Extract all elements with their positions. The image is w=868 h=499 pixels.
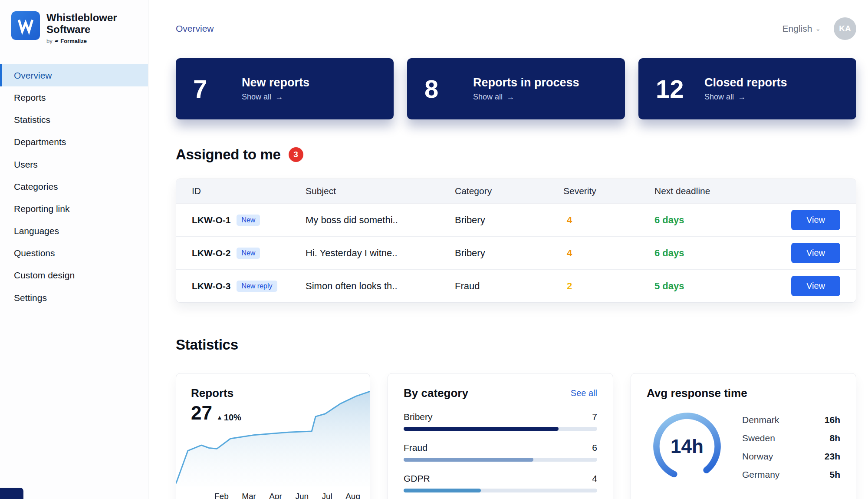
category-value: 6 [592,443,597,453]
country-label: Germany [742,469,779,480]
main-content: Overview English ⌄ KA 7 New reports Show… [148,0,868,499]
brand: Whistleblower Software by ▰ Formalize [0,11,148,44]
status-badge: New reply [237,281,277,292]
app-root: Whistleblower Software by ▰ Formalize Ov… [0,0,868,499]
byline-by: by [46,38,53,44]
report-deadline: 6 days [654,248,780,259]
show-all-link[interactable]: Show all → [242,93,309,102]
stat-value: 8 [424,74,457,103]
stat-title: New reports [242,76,309,89]
country-label: Denmark [742,415,779,425]
category-label: Fraud [404,443,427,453]
stat-card-new-reports[interactable]: 7 New reports Show all → [176,58,394,119]
show-all-label: Show all [704,93,734,102]
sidebar-item-users[interactable]: Users [0,153,148,175]
sidebar-nav: Overview Reports Statistics Departments … [0,64,148,309]
month-label: Aug [345,492,360,499]
show-all-link[interactable]: Show all → [473,93,579,102]
sidebar-item-categories[interactable]: Categories [0,175,148,198]
reports-chart-card: Reports 27 ▲ 10% [176,373,370,499]
month-label: Feb [214,492,229,499]
report-id: LKW-O-1 [192,215,230,225]
assigned-header: Assigned to me 3 [176,146,856,163]
list-item: Denmark 16h [742,411,840,429]
breadcrumb[interactable]: Overview [176,23,214,34]
reports-delta-value: 10% [224,413,241,423]
brand-byline: by ▰ Formalize [46,38,117,44]
table-row: LKW-O-3 New reply Simon often looks th..… [176,269,856,302]
report-id: LKW-O-2 [192,248,230,258]
table-row: LKW-O-1 New My boss did somethi.. Briber… [176,203,856,236]
category-label: Bribery [404,412,433,422]
month-label: Jul [322,492,332,499]
avatar[interactable]: KA [834,17,856,40]
list-item: Norway 23h [742,447,840,466]
sidebar-item-languages[interactable]: Languages [0,220,148,242]
help-widget[interactable] [0,488,23,499]
byline-formalize: Formalize [60,38,87,44]
sidebar-item-settings[interactable]: Settings [0,287,148,309]
bar-fill [404,489,481,492]
col-category: Category [455,186,563,196]
country-label: Sweden [742,433,775,443]
sidebar-item-reports[interactable]: Reports [0,86,148,109]
reports-delta: ▲ 10% [217,413,241,423]
category-label: GDPR [404,473,430,484]
sidebar-item-questions[interactable]: Questions [0,242,148,264]
col-severity: Severity [563,186,654,196]
status-badge: New [237,248,260,259]
sidebar-item-reporting-link[interactable]: Reporting link [0,198,148,220]
category-bar-row: GDPR 4 [404,473,597,492]
category-value: 7 [592,412,597,422]
category-value: 4 [592,473,597,484]
topbar-right: English ⌄ KA [783,17,856,40]
arrow-right-icon: → [506,93,514,102]
sidebar-item-overview[interactable]: Overview [0,64,148,86]
category-bar-row: Fraud 6 [404,443,597,462]
report-category: Fraud [455,281,563,292]
topbar: Overview English ⌄ KA [176,17,856,40]
response-country-list: Denmark 16h Sweden 8h Norway 23h [742,409,840,484]
sidebar-item-departments[interactable]: Departments [0,131,148,153]
by-category-title: By category [404,387,468,400]
stat-card-in-process[interactable]: 8 Reports in process Show all → [407,58,625,119]
view-button[interactable]: View [791,210,840,230]
view-button[interactable]: View [791,276,840,296]
statistics-section: Statistics Reports 27 ▲ 10% [176,337,856,499]
bar-track [404,458,597,462]
country-value: 5h [829,469,840,480]
language-selector[interactable]: English ⌄ [783,23,821,34]
view-button[interactable]: View [791,243,840,263]
report-id: LKW-O-3 [192,281,230,291]
language-label: English [783,23,812,34]
report-subject: Simon often looks th.. [306,281,455,292]
formalize-logo-icon: ▰ [55,38,58,44]
sidebar-item-statistics[interactable]: Statistics [0,109,148,131]
report-deadline: 6 days [654,215,780,226]
col-id: ID [192,186,306,196]
brand-name-line1: Whistleblower [46,12,117,24]
stat-value: 7 [193,74,226,103]
see-all-link[interactable]: See all [571,388,597,398]
report-category: Bribery [455,248,563,259]
assigned-table: ID Subject Category Severity Next deadli… [176,178,856,303]
bar-track [404,489,597,492]
report-subject: Hi. Yesterday I witne.. [306,248,455,259]
arrow-right-icon: → [275,93,283,102]
brand-name-line2: Software [46,24,117,36]
report-severity: 4 [563,248,654,259]
col-subject: Subject [306,186,455,196]
statistics-title: Statistics [176,337,856,353]
assigned-section: Assigned to me 3 ID Subject Category Sev… [176,146,856,303]
show-all-link[interactable]: Show all → [704,93,787,102]
reports-chart-title: Reports [191,387,233,400]
reports-total-value: 27 [191,402,212,424]
bar-track [404,427,597,431]
bar-fill [404,458,533,462]
sidebar-item-custom-design[interactable]: Custom design [0,264,148,286]
bar-fill [404,427,559,431]
show-all-label: Show all [242,93,271,102]
month-label: Apr [269,492,282,499]
stat-card-closed[interactable]: 12 Closed reports Show all → [638,58,856,119]
month-label: Jun [295,492,309,499]
